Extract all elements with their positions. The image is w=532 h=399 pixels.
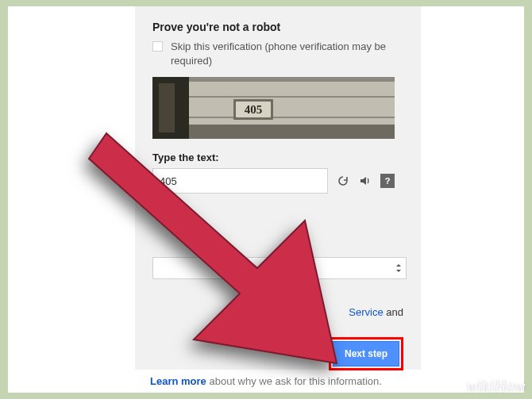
captcha-image: 405 <box>152 77 395 139</box>
svg-rect-9 <box>189 125 395 139</box>
audio-icon[interactable] <box>358 174 372 188</box>
page-container: Prove you're not a robot Skip this verif… <box>8 6 524 393</box>
signup-panel: Prove you're not a robot Skip this verif… <box>135 6 421 370</box>
svg-rect-6 <box>189 117 395 118</box>
skip-verification-row: Skip this verification (phone verificati… <box>152 40 407 67</box>
tos-link[interactable]: Service <box>349 306 383 318</box>
captcha-input-row: ? <box>152 168 395 194</box>
country-select[interactable] <box>152 257 407 279</box>
tos-text: Service and <box>152 306 407 318</box>
skip-label: Skip this verification (phone verificati… <box>171 40 407 67</box>
skip-checkbox[interactable] <box>152 41 163 52</box>
help-icon[interactable]: ? <box>380 174 395 188</box>
svg-rect-4 <box>189 77 395 82</box>
footer-text: Learn more about why we ask for this inf… <box>8 375 524 387</box>
captcha-number: 405 <box>245 103 263 116</box>
learn-more-link[interactable]: Learn more <box>150 375 206 387</box>
next-step-button[interactable]: Next step <box>333 341 399 366</box>
section-heading: Prove you're not a robot <box>152 21 407 33</box>
next-step-container: Next step <box>152 337 407 370</box>
reload-icon[interactable] <box>336 174 350 188</box>
next-step-highlight: Next step <box>329 337 403 370</box>
svg-rect-2 <box>159 83 175 132</box>
chevron-up-down-icon <box>395 262 403 274</box>
captcha-input[interactable] <box>152 168 328 194</box>
svg-rect-5 <box>189 96 395 98</box>
watermark: wikiHow <box>466 378 526 396</box>
captcha-input-label: Type the text: <box>152 152 407 163</box>
